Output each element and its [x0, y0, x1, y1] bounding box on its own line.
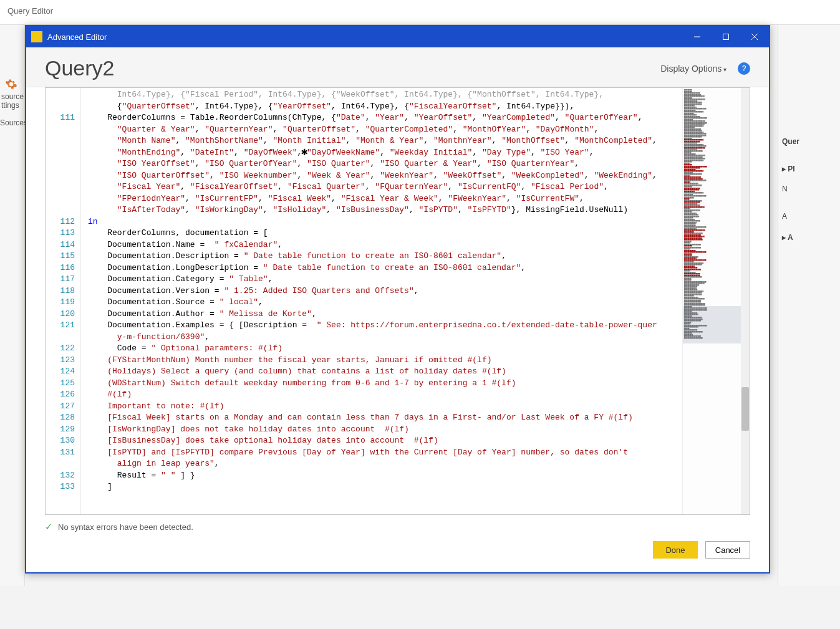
status-text: No syntax errors have been detected.: [58, 522, 193, 532]
right-panel: Quer ▸ PI N A ▸ A: [778, 25, 840, 586]
maximize-button[interactable]: [712, 26, 740, 47]
button-row: Done Cancel: [26, 537, 769, 572]
left-label-sources: Sources: [0, 118, 25, 127]
right-label: A: [782, 212, 838, 221]
left-panel: source ttings Sources: [0, 25, 25, 586]
minimize-button[interactable]: [683, 26, 712, 47]
help-icon[interactable]: ?: [738, 62, 750, 75]
display-options-dropdown[interactable]: Display Options: [660, 64, 727, 74]
editor-wrap: 1111121131141151161171181191201211221231…: [26, 87, 769, 515]
editor-box: 1111121131141151161171181191201211221231…: [45, 87, 750, 515]
query-editor-title: Query Editor: [7, 6, 53, 16]
titlebar[interactable]: Advanced Editor: [26, 26, 769, 47]
right-label: ▸ PI: [782, 165, 838, 173]
right-label: Quer: [782, 137, 838, 146]
query-name: Query2: [45, 56, 660, 80]
query-editor-titlebar: Query Editor: [0, 0, 840, 25]
left-label-source: source ttings: [0, 92, 25, 110]
right-label: ▸ A: [782, 233, 838, 242]
app-icon: [31, 31, 42, 42]
titlebar-text: Advanced Editor: [47, 32, 683, 42]
close-button[interactable]: [740, 26, 769, 47]
done-button[interactable]: Done: [653, 541, 698, 559]
advanced-editor-dialog: Advanced Editor Query2 Display Options ?…: [25, 25, 770, 574]
scrollbar-thumb[interactable]: [741, 387, 749, 431]
right-label: N: [782, 185, 838, 193]
cancel-button[interactable]: Cancel: [705, 541, 750, 559]
status-row: ✓ No syntax errors have been detected.: [26, 515, 769, 537]
scrollbar-track[interactable]: [741, 88, 750, 514]
svg-rect-0: [723, 34, 729, 40]
minimap[interactable]: ████████████████████████████████████████…: [682, 88, 750, 514]
minimap-viewport[interactable]: [683, 306, 750, 343]
gear-icon[interactable]: [5, 78, 17, 90]
line-gutter: 1111121131141151161171181191201211221231…: [46, 88, 80, 514]
code-content[interactable]: Int64.Type}, {"Fiscal Period", Int64.Typ…: [80, 88, 682, 514]
dialog-header: Query2 Display Options ?: [26, 47, 769, 87]
check-icon: ✓: [45, 521, 53, 532]
minimap-content: ████████████████████████████████████████…: [683, 88, 750, 340]
code-editor[interactable]: 1111121131141151161171181191201211221231…: [46, 88, 682, 514]
